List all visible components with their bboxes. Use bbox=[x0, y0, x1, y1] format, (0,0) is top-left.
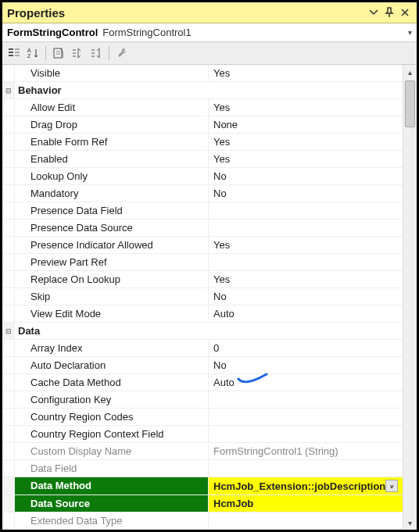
property-name: Drag Drop bbox=[15, 116, 209, 133]
property-row[interactable]: SkipNo bbox=[2, 288, 403, 305]
collapse-toggle-icon[interactable]: ⊟ bbox=[2, 323, 15, 339]
property-value[interactable]: Yes bbox=[209, 151, 403, 167]
property-value[interactable]: None bbox=[209, 116, 403, 133]
categorized-button[interactable] bbox=[5, 45, 23, 62]
category-row[interactable]: ⊟Behavior bbox=[2, 82, 403, 99]
property-row[interactable]: Configuration Key bbox=[2, 391, 403, 409]
property-value[interactable]: Yes bbox=[209, 271, 403, 287]
property-row[interactable]: Custom Display NameFormStringControl1 (S… bbox=[2, 443, 403, 460]
property-name: Enable Form Ref bbox=[15, 134, 209, 150]
object-dropdown-icon[interactable]: ▾ bbox=[401, 28, 412, 37]
property-row[interactable]: Extended Data Type bbox=[2, 512, 403, 530]
scroll-down-icon[interactable]: ▾ bbox=[403, 516, 417, 530]
property-row[interactable]: EnabledYes bbox=[2, 151, 403, 168]
property-row[interactable]: MandatoryNo bbox=[2, 185, 403, 202]
property-name: Country Region Context Field bbox=[15, 426, 209, 442]
property-value-text: Yes bbox=[213, 136, 230, 148]
svg-rect-3 bbox=[15, 48, 20, 50]
window-options-icon[interactable] bbox=[367, 5, 381, 20]
row-gutter bbox=[2, 65, 15, 81]
property-row[interactable]: VisibleYes bbox=[2, 65, 403, 82]
property-value[interactable] bbox=[209, 426, 403, 442]
scroll-up-icon[interactable]: ▴ bbox=[403, 65, 417, 79]
property-value[interactable]: Yes bbox=[209, 237, 403, 253]
row-gutter bbox=[2, 237, 15, 253]
row-gutter bbox=[2, 220, 15, 236]
property-value[interactable]: No bbox=[209, 185, 403, 202]
property-row[interactable]: Presence Data Source bbox=[2, 220, 403, 237]
property-row[interactable]: View Edit ModeAuto bbox=[2, 305, 403, 323]
property-value[interactable] bbox=[209, 202, 403, 219]
property-row[interactable]: Allow EditYes bbox=[2, 99, 403, 116]
property-row[interactable]: Country Region Context Field bbox=[2, 426, 403, 443]
row-gutter bbox=[2, 116, 15, 133]
property-value-text: None bbox=[213, 119, 238, 130]
property-row[interactable]: Auto DeclarationNo bbox=[2, 357, 403, 374]
collapse-button[interactable] bbox=[88, 45, 105, 62]
property-row[interactable]: Data SourceHcmJob bbox=[2, 495, 403, 512]
pin-icon[interactable] bbox=[382, 5, 396, 20]
property-value[interactable]: Yes bbox=[209, 99, 403, 116]
property-name: Data Method bbox=[15, 477, 209, 495]
wrench-icon[interactable] bbox=[113, 45, 131, 62]
row-gutter bbox=[2, 134, 15, 150]
property-value[interactable]: No bbox=[209, 168, 403, 184]
dropdown-icon[interactable]: v bbox=[385, 480, 398, 492]
property-pages-button[interactable] bbox=[50, 45, 67, 62]
property-value[interactable]: FormStringControl1 (String) bbox=[209, 443, 403, 459]
scroll-thumb[interactable] bbox=[405, 80, 415, 127]
property-name: Extended Data Type bbox=[15, 512, 209, 529]
property-value[interactable]: Yes bbox=[209, 65, 403, 81]
row-gutter bbox=[2, 426, 15, 442]
property-row[interactable]: Presence Data Field bbox=[2, 202, 403, 220]
property-row[interactable]: Lookup OnlyNo bbox=[2, 168, 403, 185]
property-name: Array Index bbox=[15, 340, 209, 356]
property-value[interactable] bbox=[209, 460, 403, 477]
property-name: Presence Data Source bbox=[15, 220, 209, 236]
property-name: Replace On Lookup bbox=[15, 271, 209, 287]
category-row[interactable]: ⊟Data bbox=[2, 323, 403, 340]
property-value[interactable]: HcmJob bbox=[209, 495, 403, 512]
object-selector[interactable]: FormStringControl FormStringControl1 ▾ bbox=[2, 23, 417, 42]
property-value[interactable] bbox=[209, 512, 403, 529]
toolbar-separator bbox=[45, 46, 46, 60]
property-value[interactable] bbox=[209, 220, 403, 236]
property-row[interactable]: Preview Part Ref bbox=[2, 254, 403, 271]
property-name: Lookup Only bbox=[15, 168, 209, 184]
alphabetical-button[interactable]: AZ bbox=[24, 45, 41, 62]
property-row[interactable]: Array Index0 bbox=[2, 340, 403, 357]
property-row[interactable]: Data MethodHcmJob_Extension::jobDescript… bbox=[2, 477, 403, 495]
property-value[interactable] bbox=[209, 409, 403, 425]
property-row[interactable]: Country Region Codes bbox=[2, 409, 403, 426]
property-value[interactable]: No bbox=[209, 357, 403, 373]
property-value[interactable]: HcmJob_Extension::jobDescriptionv bbox=[209, 477, 403, 495]
property-value[interactable]: Yes bbox=[209, 134, 403, 150]
property-name: Skip bbox=[15, 288, 209, 305]
vertical-scrollbar[interactable]: ▴ ▾ bbox=[403, 65, 417, 530]
property-row[interactable]: Cache Data MethodAuto bbox=[2, 374, 403, 391]
property-value[interactable] bbox=[209, 391, 403, 408]
close-icon[interactable] bbox=[398, 5, 412, 20]
property-value[interactable]: Auto bbox=[209, 374, 403, 391]
property-value-text: No bbox=[213, 187, 227, 199]
expand-button[interactable] bbox=[69, 45, 86, 62]
property-value-text: No bbox=[213, 359, 227, 371]
property-value[interactable]: No bbox=[209, 288, 403, 305]
property-row[interactable]: Drag DropNone bbox=[2, 116, 403, 134]
property-name: Auto Declaration bbox=[15, 357, 209, 373]
property-value[interactable]: 0 bbox=[209, 340, 403, 356]
property-row[interactable]: Data Field bbox=[2, 460, 403, 477]
property-value[interactable] bbox=[209, 254, 403, 270]
property-row[interactable]: Replace On LookupYes bbox=[2, 271, 403, 288]
property-value[interactable]: Auto bbox=[209, 305, 403, 322]
properties-panel: Properties FormStringControl FormStringC… bbox=[0, 0, 419, 532]
property-name: Presence Data Field bbox=[15, 202, 209, 219]
row-gutter bbox=[2, 151, 15, 167]
property-name: Visible bbox=[15, 65, 209, 81]
row-gutter bbox=[2, 512, 15, 529]
property-row[interactable]: Presence Indicator AllowedYes bbox=[2, 237, 403, 254]
row-gutter bbox=[2, 357, 15, 373]
property-name: Mandatory bbox=[15, 185, 209, 202]
property-row[interactable]: Enable Form RefYes bbox=[2, 134, 403, 151]
collapse-toggle-icon[interactable]: ⊟ bbox=[2, 82, 15, 98]
